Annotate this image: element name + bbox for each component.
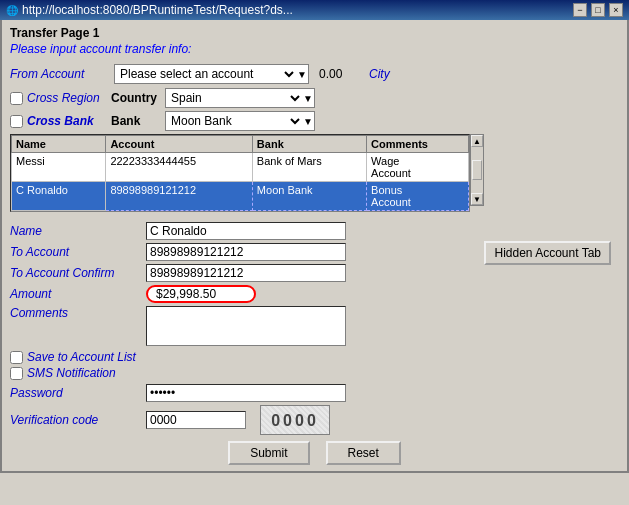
account-table: Name Account Bank Comments Messi 2222333… bbox=[11, 135, 469, 211]
name-field[interactable] bbox=[146, 222, 346, 240]
bank-dropdown-arrow-icon: ▼ bbox=[303, 116, 313, 127]
scrollbar-up-button[interactable]: ▲ bbox=[471, 135, 483, 147]
to-account-input[interactable] bbox=[146, 243, 346, 261]
table-row-selected[interactable]: C Ronaldo 89898989121212 Moon Bank Bonus… bbox=[12, 182, 469, 211]
password-input[interactable] bbox=[146, 384, 346, 402]
cell-bank-selected: Moon Bank bbox=[252, 182, 366, 211]
close-button[interactable]: × bbox=[609, 3, 623, 17]
name-row: Name bbox=[10, 222, 619, 240]
scrollbar-thumb[interactable] bbox=[472, 160, 482, 180]
cell-bank: Bank of Mars bbox=[252, 153, 366, 182]
password-row: Password bbox=[10, 384, 619, 402]
bank-sublabel: Bank bbox=[111, 114, 161, 128]
browser-icon: 🌐 bbox=[6, 5, 18, 16]
to-account-confirm-row: To Account Confirm bbox=[10, 264, 619, 282]
col-header-account: Account bbox=[106, 136, 252, 153]
hidden-account-button[interactable]: Hidden Account Tab bbox=[484, 241, 611, 265]
title-bar-text: http://localhost:8080/BPRuntimeTest/Requ… bbox=[22, 3, 569, 17]
col-header-comments: Comments bbox=[367, 136, 469, 153]
to-account-confirm-label: To Account Confirm bbox=[10, 266, 140, 280]
cell-account-selected: 89898989121212 bbox=[106, 182, 252, 211]
sms-notification-checkbox[interactable] bbox=[10, 367, 23, 380]
from-account-select-wrapper[interactable]: Please select an account ▼ bbox=[114, 64, 309, 84]
scrollbar-down-button[interactable]: ▼ bbox=[471, 193, 483, 205]
cell-name-selected: C Ronaldo bbox=[12, 182, 106, 211]
amount-row: Amount bbox=[10, 285, 619, 303]
cross-region-row: Cross Region Country Spain ▼ bbox=[10, 88, 619, 108]
country-select-wrapper[interactable]: Spain ▼ bbox=[165, 88, 315, 108]
col-header-bank: Bank bbox=[252, 136, 366, 153]
country-sublabel: Country bbox=[111, 91, 161, 105]
verification-input[interactable] bbox=[146, 411, 246, 429]
account-table-section: Name Account Bank Comments Messi 2222333… bbox=[10, 134, 619, 218]
maximize-button[interactable]: □ bbox=[591, 3, 605, 17]
cross-bank-checkbox[interactable] bbox=[10, 115, 23, 128]
captcha-text: 0000 bbox=[271, 412, 319, 429]
cell-name: Messi bbox=[12, 153, 106, 182]
cell-comments: WageAccount bbox=[367, 153, 469, 182]
country-dropdown-arrow-icon: ▼ bbox=[303, 93, 313, 104]
from-account-label: From Account bbox=[10, 67, 110, 81]
cross-region-label: Cross Region bbox=[27, 91, 107, 105]
cross-region-checkbox[interactable] bbox=[10, 92, 23, 105]
password-label: Password bbox=[10, 386, 140, 400]
amount-display: 0.00 bbox=[319, 67, 359, 81]
bank-select-wrapper[interactable]: Moon Bank ▼ bbox=[165, 111, 315, 131]
checkbox-section: Save to Account List SMS Notification bbox=[10, 350, 619, 380]
reset-button[interactable]: Reset bbox=[326, 441, 401, 465]
table-row[interactable]: Messi 22223333444455 Bank of Mars WageAc… bbox=[12, 153, 469, 182]
comments-textarea[interactable] bbox=[146, 306, 346, 346]
to-account-confirm-input[interactable] bbox=[146, 264, 346, 282]
cross-bank-label: Cross Bank bbox=[27, 114, 107, 128]
account-table-container: Name Account Bank Comments Messi 2222333… bbox=[10, 134, 470, 212]
window-body: Transfer Page 1 Please input account tra… bbox=[0, 20, 629, 473]
comments-label: Comments bbox=[10, 306, 140, 320]
amount-label: Amount bbox=[10, 287, 140, 301]
button-row: Submit Reset bbox=[10, 441, 619, 465]
sms-notification-label: SMS Notification bbox=[27, 366, 116, 380]
cross-bank-row: Cross Bank Bank Moon Bank ▼ bbox=[10, 111, 619, 131]
title-bar: 🌐 http://localhost:8080/BPRuntimeTest/Re… bbox=[0, 0, 629, 20]
page-subtitle: Please input account transfer info: bbox=[10, 42, 619, 56]
captcha-display: 0000 bbox=[260, 405, 330, 435]
minimize-button[interactable]: − bbox=[573, 3, 587, 17]
city-label: City bbox=[369, 67, 390, 81]
from-account-select[interactable]: Please select an account bbox=[116, 66, 297, 82]
submit-button[interactable]: Submit bbox=[228, 441, 309, 465]
country-select[interactable]: Spain bbox=[167, 90, 303, 106]
save-to-list-label: Save to Account List bbox=[27, 350, 136, 364]
comments-row: Comments bbox=[10, 306, 619, 346]
page-title: Transfer Page 1 bbox=[10, 26, 619, 40]
dropdown-arrow-icon: ▼ bbox=[297, 69, 307, 80]
save-to-list-row: Save to Account List bbox=[10, 350, 619, 364]
table-scrollbar[interactable]: ▲ ▼ bbox=[470, 134, 484, 206]
cell-comments-selected: BonusAccount bbox=[367, 182, 469, 211]
save-to-list-checkbox[interactable] bbox=[10, 351, 23, 364]
verification-row: Verification code 0000 bbox=[10, 405, 619, 435]
cell-account: 22223333444455 bbox=[106, 153, 252, 182]
verification-label: Verification code bbox=[10, 413, 140, 427]
col-header-name: Name bbox=[12, 136, 106, 153]
amount-input[interactable] bbox=[146, 285, 256, 303]
name-field-label: Name bbox=[10, 224, 140, 238]
from-account-row: From Account Please select an account ▼ … bbox=[10, 64, 619, 84]
main-content: Transfer Page 1 Please input account tra… bbox=[10, 26, 619, 465]
bank-select[interactable]: Moon Bank bbox=[167, 113, 303, 129]
to-account-label: To Account bbox=[10, 245, 140, 259]
sms-notification-row: SMS Notification bbox=[10, 366, 619, 380]
